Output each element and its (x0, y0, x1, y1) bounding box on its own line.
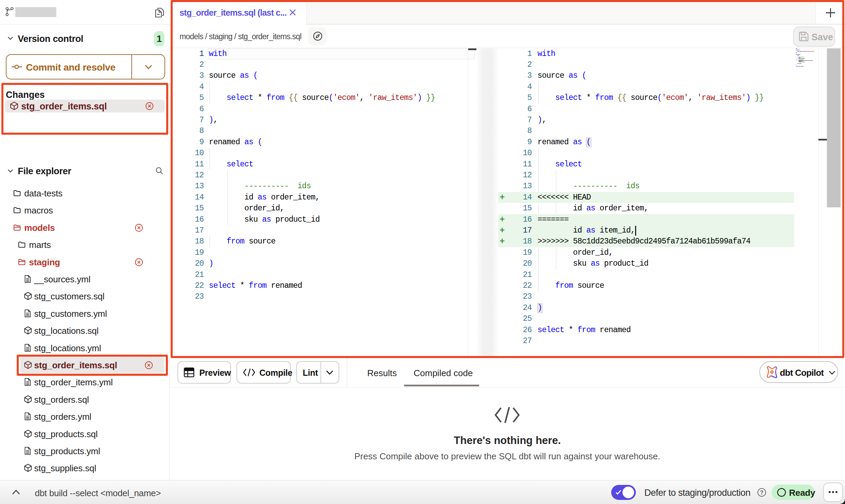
svg-text:?: ? (760, 490, 763, 495)
